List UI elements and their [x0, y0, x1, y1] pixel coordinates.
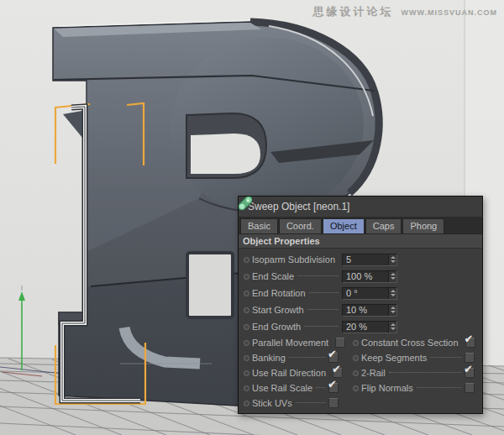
- sweep-object-icon: [239, 197, 252, 210]
- checkbox-2-rail: 2-Rail ✔: [353, 368, 475, 378]
- anim-dot-icon[interactable]: [244, 324, 249, 330]
- panel-title: Sweep Object [neon.1]: [248, 201, 349, 212]
- anim-dot-icon[interactable]: [244, 307, 249, 313]
- panel-tabs: Basic Coord. Object Caps Phong: [239, 217, 482, 234]
- tab-phong[interactable]: Phong: [402, 218, 444, 233]
- checkbox-parallel-movement: Parallel Movement: [244, 338, 339, 348]
- field-end-rotation: End Rotation 0 °: [239, 285, 397, 301]
- checkbox-stick-uvs: Stick UVs: [244, 398, 339, 408]
- anim-dot-icon[interactable]: [353, 355, 359, 361]
- end-growth-input[interactable]: 20 %: [342, 321, 397, 333]
- section-header: Object Properties: [239, 234, 482, 249]
- panel-titlebar: Sweep Object [neon.1]: [239, 197, 482, 217]
- tab-object[interactable]: Object: [323, 218, 365, 233]
- spinner-icon[interactable]: [388, 271, 396, 282]
- checkbox-use-rail-direction: Use Rail Direction ✔: [244, 368, 339, 378]
- anim-dot-icon[interactable]: [244, 355, 249, 361]
- checkbox-keep-segments: Keep Segments: [353, 353, 475, 363]
- check-row: Stick UVs: [239, 396, 482, 411]
- anim-dot-icon[interactable]: [244, 385, 249, 391]
- tab-coord[interactable]: Coord.: [279, 218, 322, 233]
- anim-dot-icon[interactable]: [244, 370, 249, 376]
- checkbox-constant-cross-section: Constant Cross Section ✔: [353, 338, 475, 348]
- parallel-movement-checkbox[interactable]: [335, 338, 345, 348]
- field-end-scale: End Scale 100 %: [239, 268, 397, 285]
- check-row: Banking ✔ Keep Segments: [239, 350, 482, 365]
- stick-uvs-checkbox[interactable]: [328, 398, 339, 408]
- check-row: Use Rail Direction ✔ 2-Rail ✔: [239, 365, 482, 380]
- checkbox-use-rail-scale: Use Rail Scale ✔: [244, 383, 339, 393]
- anim-dot-icon[interactable]: [353, 340, 359, 346]
- anim-dot-icon[interactable]: [244, 340, 249, 346]
- watermark-site-name: 思缘设计论坛: [313, 4, 394, 19]
- use-rail-scale-checkbox[interactable]: ✔: [328, 383, 339, 393]
- top-counter-hole: [191, 134, 260, 174]
- spinner-icon[interactable]: [388, 288, 396, 299]
- isoparm-subdivision-input[interactable]: 5: [342, 254, 397, 266]
- object-properties: Isoparm Subdivision 5 End Scale 100 % En…: [239, 249, 482, 411]
- anim-dot-icon[interactable]: [244, 257, 249, 263]
- keep-segments-checkbox[interactable]: [465, 353, 475, 363]
- tab-caps[interactable]: Caps: [365, 218, 402, 233]
- constant-cross-section-checkbox[interactable]: ✔: [465, 338, 475, 348]
- field-isoparm-subdivision: Isoparm Subdivision 5: [239, 251, 397, 268]
- spinner-icon[interactable]: [388, 305, 396, 316]
- banking-checkbox[interactable]: ✔: [328, 353, 339, 363]
- two-rail-checkbox[interactable]: ✔: [465, 368, 475, 378]
- field-start-growth: Start Growth 10 %: [239, 301, 397, 318]
- end-scale-input[interactable]: 100 %: [342, 270, 397, 283]
- watermark: 思缘设计论坛 WWW.MISSVUAN.COM: [313, 4, 498, 19]
- anim-dot-icon[interactable]: [244, 291, 249, 296]
- checkbox-flip-normals: Flip Normals: [353, 383, 475, 393]
- flip-normals-checkbox[interactable]: [465, 383, 475, 393]
- lower-counter-hole: [187, 253, 233, 317]
- attribute-manager-panel: Sweep Object [neon.1] Basic Coord. Objec…: [238, 196, 483, 414]
- check-row: Parallel Movement Constant Cross Section…: [239, 335, 482, 350]
- anim-dot-icon[interactable]: [353, 370, 359, 376]
- use-rail-direction-checkbox[interactable]: ✔: [333, 368, 343, 378]
- anim-dot-icon[interactable]: [244, 401, 249, 406]
- start-growth-input[interactable]: 10 %: [342, 304, 397, 317]
- spinner-icon[interactable]: [388, 322, 396, 333]
- anim-dot-icon[interactable]: [244, 274, 249, 280]
- application-window: 思缘设计论坛 WWW.MISSVUAN.COM Sweep Object [ne…: [0, 0, 504, 435]
- checkbox-banking: Banking ✔: [244, 353, 339, 363]
- field-end-growth: End Growth 20 %: [239, 318, 397, 335]
- watermark-site-url: WWW.MISSVUAN.COM: [402, 8, 498, 17]
- end-rotation-input[interactable]: 0 °: [342, 287, 397, 300]
- anim-dot-icon[interactable]: [353, 385, 359, 391]
- spinner-icon[interactable]: [388, 254, 396, 265]
- check-row: Use Rail Scale ✔ Flip Normals: [239, 380, 482, 396]
- tab-basic[interactable]: Basic: [240, 218, 278, 233]
